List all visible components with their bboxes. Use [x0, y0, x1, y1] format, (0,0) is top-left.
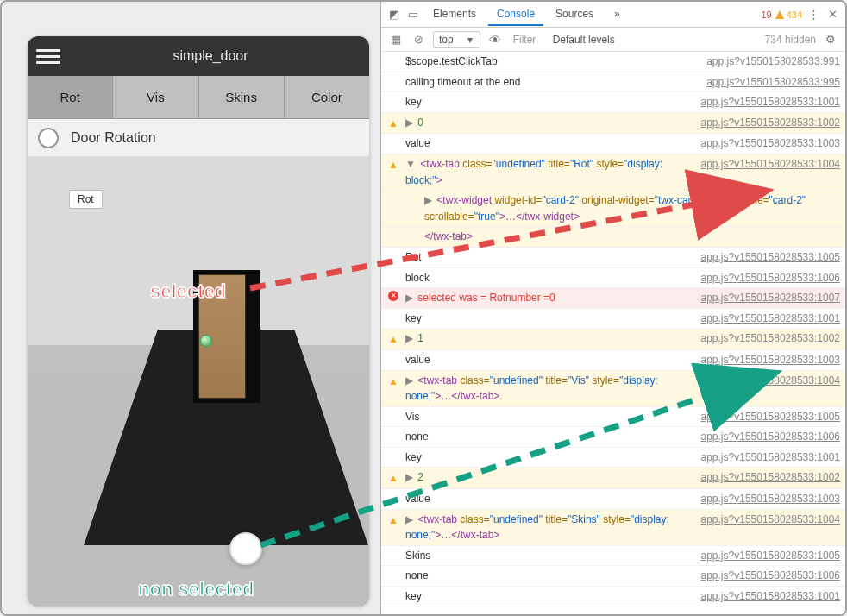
caret-icon[interactable]: ▶ — [405, 292, 416, 304]
hidden-count[interactable]: 734 hidden — [765, 34, 816, 46]
source-link[interactable]: app.js?v1550158028533:1005 — [694, 409, 840, 425]
console-row[interactable]: keyapp.js?v1550158028533:1001 — [381, 92, 845, 113]
caret-icon[interactable]: ▶ — [424, 194, 435, 206]
tab-skins[interactable]: Skins — [199, 76, 285, 118]
tab-vis[interactable]: Vis — [113, 76, 198, 118]
console-row[interactable]: ▶ <twx-widget widget-id="card-2" origina… — [381, 191, 845, 227]
console-row[interactable]: </twx-tab> — [381, 227, 845, 248]
console-row[interactable]: keyapp.js?v1550158028533:1001 — [381, 448, 845, 468]
device-card: simple_door Rot Vis Skins Color Door Rot… — [28, 36, 369, 606]
console-row[interactable]: ▲▶ 2app.js?v1550158028533:1002 — [381, 468, 845, 489]
warning-icon: ▲ — [386, 469, 400, 487]
context-select[interactable]: top — [433, 31, 480, 48]
console-row[interactable]: ▲▼ <twx-tab class="undefined" title="Rot… — [381, 154, 845, 191]
console-row[interactable]: valueapp.js?v1550158028533:1003 — [381, 489, 845, 510]
console-row[interactable]: keyapp.js?v1550158028533:1001 — [381, 587, 845, 607]
source-link[interactable]: app.js?v1550158028533:1001 — [694, 449, 840, 466]
console-row[interactable]: $scope.testClickTabapp.js?v1550158028533… — [381, 52, 845, 72]
source-link[interactable]: app.js?v1550158028533:1001 — [694, 94, 840, 110]
source-link[interactable]: app.js?v1550158028533:1002 — [694, 330, 840, 347]
source-link[interactable]: app.js?v1550158028533:1004 — [694, 512, 840, 528]
error-count[interactable]: ✕19 — [749, 9, 771, 20]
console-row[interactable]: Rotapp.js?v1550158028533:1005 — [381, 248, 845, 268]
source-link[interactable]: app.js?v1550158028533:1005 — [694, 548, 840, 564]
source-link[interactable]: app.js?v1550158028533:1005 — [694, 249, 840, 266]
levels-select[interactable]: Default levels — [553, 34, 615, 46]
device-icon[interactable]: ▭ — [405, 7, 421, 22]
source-link[interactable]: app.js?v1550158028533:1002 — [694, 115, 840, 131]
console-row[interactable]: ▲▶ <twx-tab class="undefined" title="Ski… — [381, 510, 845, 546]
source-link[interactable]: app.js?v1550158028533:991 — [700, 53, 840, 70]
caret-icon[interactable]: ▶ — [405, 332, 416, 344]
viewport-3d[interactable] — [28, 157, 369, 606]
console-row[interactable]: keyapp.js?v1550158028533:1001 — [381, 309, 845, 330]
console-row[interactable]: ▲▶ 1app.js?v1550158028533:1002 — [381, 329, 845, 350]
console-list[interactable]: $scope.testClickTabapp.js?v1550158028533… — [381, 52, 845, 614]
dt-tab-console[interactable]: Console — [488, 3, 543, 26]
source-link[interactable]: app.js?v1550158028533:1003 — [694, 135, 840, 152]
close-icon[interactable]: ✕ — [825, 7, 840, 22]
caret-icon[interactable]: ▶ — [405, 471, 416, 483]
source-link[interactable]: app.js?v1550158028533:995 — [700, 74, 840, 91]
console-row[interactable]: Visapp.js?v1550158028533:1005 — [381, 407, 845, 428]
console-row[interactable]: calling timeout at the endapp.js?v155015… — [381, 72, 845, 93]
console-row[interactable]: noneapp.js?v1550158028533:1006 — [381, 566, 845, 587]
section-label: Door Rotation — [71, 130, 156, 146]
console-row[interactable]: ▲▶ 0app.js?v1550158028533:1002 — [381, 113, 845, 135]
console-row[interactable]: Skinsapp.js?v1550158028533:1005 — [381, 546, 845, 567]
console-row[interactable]: ✕▶ selected was = Rotnumber =0app.js?v15… — [381, 288, 845, 309]
dt-tab-sources[interactable]: Sources — [547, 3, 602, 26]
caret-icon[interactable]: ▼ — [405, 158, 418, 170]
caret-icon[interactable]: ▶ — [405, 513, 416, 525]
section-row[interactable]: Door Rotation — [28, 119, 369, 157]
console-message: ▶ 0 — [405, 115, 689, 131]
source-link[interactable]: app.js?v1550158028533:1007 — [694, 290, 840, 306]
source-link[interactable]: app.js?v1550158028533:1001 — [694, 311, 840, 327]
source-link[interactable]: app.js?v1550158028533:1003 — [694, 352, 840, 368]
console-sidebar-icon[interactable]: ▦ — [388, 32, 404, 47]
warning-count[interactable]: 434 — [775, 9, 802, 20]
source-link[interactable]: app.js?v1550158028533:1003 — [694, 491, 840, 507]
gutter — [386, 249, 400, 250]
dt-tab-more[interactable]: » — [605, 3, 629, 26]
tab-bar: Rot Vis Skins Color — [28, 76, 369, 119]
live-expression-icon[interactable]: 👁 — [487, 32, 503, 47]
caret-icon[interactable]: ▶ — [405, 116, 416, 129]
error-icon: ✕ — [386, 290, 400, 301]
clear-console-icon[interactable]: ⊘ — [411, 32, 426, 47]
console-message: </twx-tab> — [405, 229, 840, 245]
tab-color[interactable]: Color — [285, 76, 369, 118]
console-message: Rot — [405, 249, 689, 266]
radio-icon[interactable] — [38, 128, 59, 148]
tab-rot[interactable]: Rot — [28, 76, 113, 118]
gear-icon[interactable]: ⚙ — [823, 32, 838, 47]
console-row[interactable]: blockapp.js?v1550158028533:1006 — [381, 268, 845, 289]
console-row[interactable]: valueapp.js?v1550158028533:1003 — [381, 134, 845, 154]
inspect-icon[interactable]: ◩ — [386, 7, 402, 22]
source-link[interactable]: app.js?v1550158028533:1001 — [694, 588, 840, 605]
source-link[interactable]: app.js?v1550158028533:1002 — [694, 469, 840, 486]
console-message: none — [405, 568, 689, 584]
filter-input[interactable]: Filter — [510, 32, 546, 47]
source-link[interactable]: app.js?v1550158028533:1006 — [694, 568, 840, 584]
warning-icon: ▲ — [386, 330, 400, 348]
source-link[interactable]: app.js?v1550158028533:1006 — [694, 270, 840, 286]
menu-icon[interactable] — [36, 44, 60, 68]
gutter — [386, 548, 400, 549]
caret-icon[interactable]: ▶ — [405, 374, 416, 387]
dt-tab-elements[interactable]: Elements — [424, 3, 485, 26]
console-message: key — [405, 449, 689, 466]
console-row[interactable]: ▲▶ <twx-tab class="undefined" title="Vis… — [381, 371, 845, 407]
source-link[interactable]: app.js?v1550158028533:1006 — [694, 429, 840, 445]
console-row[interactable]: valueapp.js?v1550158028533:1003 — [381, 350, 845, 371]
console-row[interactable]: noneapp.js?v1550158028533:1006 — [381, 427, 845, 448]
source-link[interactable]: app.js?v1550158028533:1004 — [694, 156, 840, 173]
source-link[interactable]: app.js?v1550158028533:1004 — [694, 373, 840, 389]
console-message: $scope.testClickTab — [405, 53, 694, 70]
kebab-icon[interactable]: ⋮ — [806, 7, 821, 22]
gutter — [386, 53, 400, 54]
gutter — [386, 192, 400, 193]
error-count-value: 19 — [761, 9, 771, 20]
console-message: ▶ 2 — [405, 469, 689, 486]
annotation-selected: selected — [150, 280, 226, 303]
